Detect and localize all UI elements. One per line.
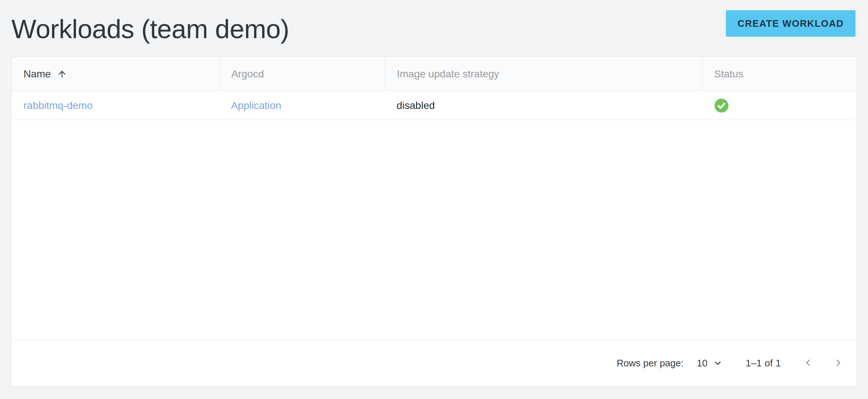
chevron-down-icon <box>712 357 724 369</box>
column-header-argocd-label: Argocd <box>231 68 264 80</box>
cell-image-update-strategy: disabled <box>385 91 702 120</box>
pagination-bar: Rows per page: 10 1–1 of 1 <box>12 340 857 386</box>
sort-ascending-icon <box>57 69 67 79</box>
column-header-image-update-strategy-label: Image update strategy <box>397 68 499 80</box>
pagination-range-label: 1–1 of 1 <box>746 358 781 369</box>
cell-status <box>702 91 857 120</box>
column-header-name-label: Name <box>23 68 51 80</box>
workloads-table-card: Name Argocd Image update strategy Status… <box>11 56 857 387</box>
chevron-left-icon <box>802 356 815 370</box>
page-title: Workloads (team demo) <box>11 15 289 44</box>
workload-name-link[interactable]: rabbitmq-demo <box>23 100 93 111</box>
rows-per-page-select[interactable]: 10 <box>697 357 724 369</box>
argocd-application-link[interactable]: Application <box>231 100 281 111</box>
table-row: rabbitmq-demo Application disabled <box>12 91 857 120</box>
column-header-argocd: Argocd <box>219 57 385 91</box>
page-header: Workloads (team demo) CREATE WORKLOAD <box>0 0 868 56</box>
rows-per-page-value: 10 <box>697 358 708 369</box>
table-empty-area <box>12 120 857 340</box>
rows-per-page-label: Rows per page: <box>617 358 684 369</box>
column-header-status-label: Status <box>714 68 743 80</box>
column-header-name[interactable]: Name <box>12 57 219 91</box>
table-header-row: Name Argocd Image update strategy Status <box>12 57 857 91</box>
create-workload-button[interactable]: CREATE WORKLOAD <box>726 10 856 37</box>
status-check-circle-icon <box>715 99 728 113</box>
chevron-right-icon <box>832 356 845 370</box>
image-update-strategy-value: disabled <box>397 100 435 111</box>
workloads-page: { "page": { "title": "Workloads (team de… <box>0 0 868 399</box>
next-page-button[interactable] <box>829 354 847 372</box>
cell-argocd: Application <box>219 91 385 120</box>
column-header-status: Status <box>702 57 857 91</box>
cell-name: rabbitmq-demo <box>12 91 219 120</box>
previous-page-button[interactable] <box>799 354 817 372</box>
column-header-image-update-strategy: Image update strategy <box>385 57 702 91</box>
